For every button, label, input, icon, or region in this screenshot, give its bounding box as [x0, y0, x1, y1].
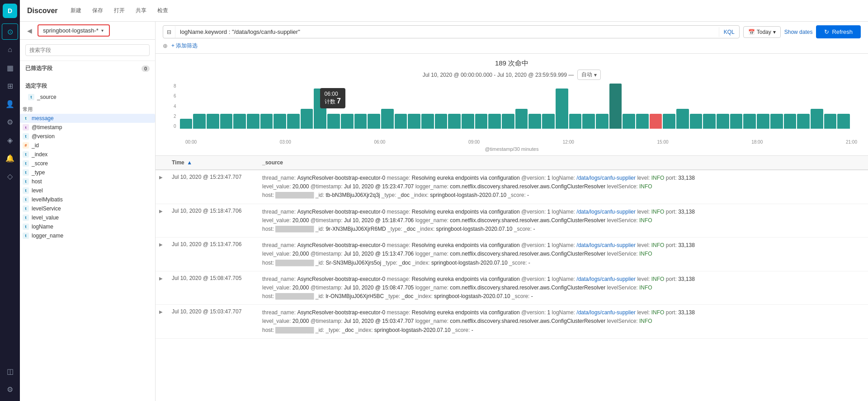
index-pattern-selector[interactable]: springboot-logstash-* ▾ [38, 24, 110, 37]
kql-badge[interactable]: KQL [719, 27, 739, 37]
inspect-button[interactable]: 检查 [154, 5, 172, 16]
field-item-levelvalue[interactable]: t level_value [20, 213, 155, 222]
nav-icon-plugins[interactable]: ◈ [2, 132, 18, 148]
chart-bar[interactable] [650, 114, 662, 129]
nav-icon-alerts[interactable]: 🔔 [2, 150, 18, 166]
expand-cell[interactable]: ▶ [156, 238, 166, 271]
chart-bar[interactable] [395, 114, 407, 129]
expand-cell[interactable]: ▶ [156, 305, 166, 339]
expand-icon[interactable]: ▶ [159, 209, 163, 214]
nav-icon-gear[interactable]: ⚙ [2, 381, 18, 397]
chart-bar[interactable] [341, 114, 354, 129]
field-item-host[interactable]: t host [20, 177, 155, 186]
nav-icon-tags[interactable]: ◇ [2, 168, 18, 184]
field-item-logname[interactable]: t logName [20, 222, 155, 231]
selected-fields-header[interactable]: 已筛选字段 0 [25, 65, 150, 72]
chart-bar[interactable] [515, 109, 528, 129]
refresh-button[interactable]: ↻ Refresh [816, 25, 861, 38]
col-time-header[interactable]: Time ▲ [166, 156, 257, 170]
chart-bar[interactable] [462, 114, 474, 129]
expand-icon[interactable]: ▶ [159, 309, 163, 314]
chart-bar[interactable] [609, 84, 622, 129]
chart-bar[interactable] [757, 114, 769, 129]
chart-bar[interactable] [582, 114, 595, 129]
share-button[interactable]: 共享 [132, 5, 150, 16]
field-item-message[interactable]: t message [20, 114, 155, 123]
open-button[interactable]: 打开 [110, 5, 128, 16]
expand-cell[interactable]: ▶ [156, 204, 166, 238]
expand-cell[interactable]: ▶ [156, 271, 166, 305]
app-logo[interactable]: D [3, 4, 17, 18]
chart-bar[interactable] [703, 114, 716, 129]
nav-icon-settings[interactable]: ⚙ [2, 114, 18, 130]
collapse-query-button[interactable]: ⊟ [163, 26, 175, 38]
chart-bar[interactable] [743, 114, 756, 129]
field-item-source[interactable]: t _source [25, 93, 150, 102]
search-input[interactable] [175, 26, 719, 38]
chart-bar[interactable] [421, 114, 434, 129]
field-item-level[interactable]: t level [20, 186, 155, 195]
nav-icon-home[interactable]: ⌂ [2, 42, 18, 58]
field-item-type[interactable]: t _type [20, 168, 155, 177]
chart-bar[interactable] [569, 114, 582, 129]
chart-bar[interactable] [247, 114, 259, 129]
expand-icon[interactable]: ▶ [159, 175, 163, 180]
nav-icon-visualize[interactable]: ▦ [2, 60, 18, 76]
save-button[interactable]: 保存 [89, 5, 107, 16]
chart-bar[interactable] [327, 114, 340, 129]
date-picker[interactable]: 📅 Today ▾ [743, 26, 781, 38]
chart-bar[interactable] [354, 114, 367, 129]
chart-bar[interactable] [528, 114, 541, 129]
chart-bar[interactable] [488, 114, 501, 129]
chart-bar[interactable] [542, 114, 555, 129]
chart-bar[interactable] [676, 109, 689, 129]
chart-bar[interactable] [287, 114, 300, 129]
chart-bar[interactable] [824, 114, 837, 129]
field-item-loggername[interactable]: t logger_name [20, 231, 155, 240]
field-item-timestamp[interactable]: t @timestamp [20, 123, 155, 132]
chart-bar[interactable] [636, 114, 649, 129]
field-item-levelmyibatis[interactable]: t levelMyibatis [20, 195, 155, 204]
chart-bar[interactable] [596, 114, 609, 129]
nav-icon-users[interactable]: 👤 [2, 96, 18, 112]
field-item-version[interactable]: t @version [20, 132, 155, 141]
chart-bar[interactable] [663, 114, 675, 129]
chart-bar[interactable] [274, 114, 286, 129]
chart-bar[interactable] [180, 119, 193, 129]
collapse-sidebar-button[interactable]: ◀ [27, 27, 32, 34]
chart-bar[interactable] [220, 114, 233, 129]
chart-bar[interactable] [435, 114, 448, 129]
field-search-input[interactable] [25, 44, 150, 56]
chart-bar[interactable] [408, 114, 420, 129]
nav-icon-canvas[interactable]: ◫ [2, 363, 18, 379]
chart-bar[interactable] [207, 114, 219, 129]
new-button[interactable]: 新建 [67, 5, 85, 16]
available-fields-header[interactable]: 选定字段 [25, 82, 150, 90]
field-item-index[interactable]: t _index [20, 150, 155, 159]
chart-bar[interactable] [301, 109, 313, 129]
add-filter-button[interactable]: + 添加筛选 [171, 42, 198, 50]
nav-icon-discover[interactable]: ⊙ [2, 23, 18, 40]
chart-bar[interactable] [623, 114, 635, 129]
chart-bar[interactable] [193, 114, 206, 129]
expand-icon[interactable]: ▶ [159, 276, 163, 281]
chart-bar[interactable] [556, 89, 568, 129]
nav-icon-dashboard[interactable]: ⊞ [2, 78, 18, 94]
field-item-score[interactable]: t _score [20, 159, 155, 168]
chart-bar[interactable] [770, 114, 783, 129]
field-item-levelservice[interactable]: t levelService [20, 204, 155, 213]
auto-select-dropdown[interactable]: 自动 ▾ [577, 70, 601, 80]
chart-bar[interactable] [502, 114, 514, 129]
chart-bar[interactable] [448, 114, 461, 129]
chart-bar[interactable] [260, 114, 273, 129]
show-dates-button[interactable]: Show dates [784, 29, 813, 35]
chart-bar[interactable] [368, 114, 380, 129]
chart-bar[interactable] [475, 114, 488, 129]
chart-bar[interactable] [784, 114, 797, 129]
chart-bar[interactable] [811, 109, 823, 129]
chart-bar[interactable] [233, 114, 246, 129]
chart-bar[interactable] [717, 114, 729, 129]
chart-bar[interactable] [730, 114, 743, 129]
chart-bar[interactable] [797, 114, 810, 129]
expand-icon[interactable]: ▶ [159, 242, 163, 247]
